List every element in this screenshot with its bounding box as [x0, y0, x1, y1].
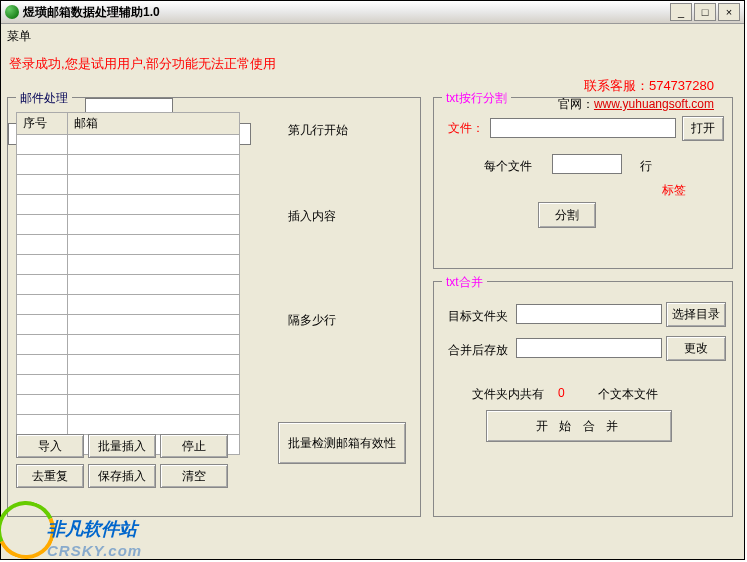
- save-to-label: 合并后存放: [448, 342, 508, 359]
- select-dir-button[interactable]: 选择目录: [666, 302, 726, 327]
- count-number: 0: [558, 386, 565, 400]
- start-row-label: 第几行开始: [288, 122, 348, 139]
- save-insert-button[interactable]: 保存插入: [88, 464, 156, 488]
- per-file-label: 每个文件: [484, 158, 532, 175]
- watermark-text-en: CRSKY.com: [47, 542, 142, 559]
- count-prefix-label: 文件夹内共有: [472, 386, 544, 403]
- minimize-button[interactable]: _: [670, 3, 692, 21]
- tag-label: 标签: [662, 182, 686, 199]
- open-file-button[interactable]: 打开: [682, 116, 724, 141]
- rows-unit-label: 行: [640, 158, 652, 175]
- app-icon: [5, 5, 19, 19]
- split-legend: txt按行分割: [442, 90, 511, 107]
- target-folder-label: 目标文件夹: [448, 308, 508, 325]
- mail-table[interactable]: 序号 邮箱: [16, 112, 240, 455]
- dedup-button[interactable]: 去重复: [16, 464, 84, 488]
- menu-item[interactable]: 菜单: [1, 24, 744, 49]
- clear-button[interactable]: 清空: [160, 464, 228, 488]
- batch-insert-button[interactable]: 批量插入: [88, 434, 156, 458]
- count-suffix-label: 个文本文件: [598, 386, 658, 403]
- per-file-input[interactable]: [552, 154, 622, 174]
- stop-button[interactable]: 停止: [160, 434, 228, 458]
- batch-check-button[interactable]: 批量检测邮箱有效性: [278, 422, 406, 464]
- row-gap-label: 隔多少行: [288, 312, 336, 329]
- col-index[interactable]: 序号: [17, 113, 68, 135]
- file-label: 文件：: [448, 120, 484, 137]
- login-status-alert: 登录成功,您是试用用户,部分功能无法正常使用: [9, 55, 736, 73]
- target-folder-input[interactable]: [516, 304, 662, 324]
- maximize-button[interactable]: □: [694, 3, 716, 21]
- contact-qq-number: 574737280: [649, 78, 714, 93]
- merge-legend: txt合并: [442, 274, 487, 291]
- mail-processing-group: 邮件处理 序号 邮箱 第几行开始 插入内容 隔多少行 导入 批量插入 停止 去重…: [7, 97, 421, 517]
- change-button[interactable]: 更改: [666, 336, 726, 361]
- start-merge-button[interactable]: 开 始 合 并: [486, 410, 672, 442]
- save-to-input[interactable]: [516, 338, 662, 358]
- file-input[interactable]: [490, 118, 676, 138]
- import-button[interactable]: 导入: [16, 434, 84, 458]
- insert-content-label: 插入内容: [288, 208, 336, 225]
- titlebar[interactable]: 煜璜邮箱数据处理辅助1.0 _ □ ×: [1, 1, 744, 24]
- col-mail[interactable]: 邮箱: [68, 113, 240, 135]
- app-window: 煜璜邮箱数据处理辅助1.0 _ □ × 菜单 登录成功,您是试用用户,部分功能无…: [0, 0, 745, 560]
- window-title: 煜璜邮箱数据处理辅助1.0: [23, 4, 670, 21]
- split-button[interactable]: 分割: [538, 202, 596, 228]
- watermark-text-cn: 非凡软件站: [47, 517, 137, 541]
- contact-qq-label: 联系客服：: [584, 78, 649, 93]
- close-button[interactable]: ×: [718, 3, 740, 21]
- mail-legend: 邮件处理: [16, 90, 72, 107]
- txt-split-group: txt按行分割 文件： 打开 每个文件 行 标签 分割: [433, 97, 733, 269]
- txt-merge-group: txt合并 目标文件夹 选择目录 合并后存放 更改 文件夹内共有 0 个文本文件…: [433, 281, 733, 517]
